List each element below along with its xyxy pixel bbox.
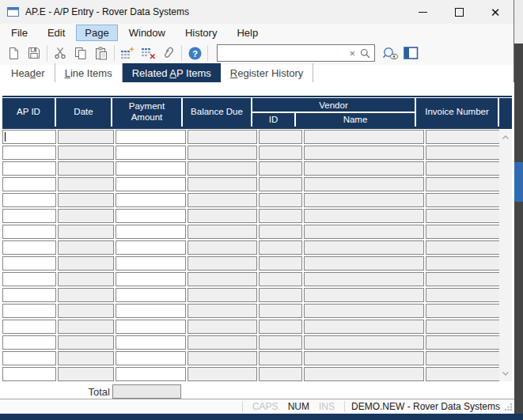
tab-related-ap-items[interactable]: Related AP Items: [123, 63, 221, 82]
cell-vendor-name[interactable]: [304, 256, 424, 271]
cell-balance-due[interactable]: [188, 161, 257, 176]
minimize-button[interactable]: [404, 0, 441, 24]
grid-layout-button[interactable]: [400, 44, 421, 62]
vertical-scrollbar[interactable]: [499, 130, 512, 381]
cell-payment-amount[interactable]: [116, 304, 186, 318]
cell-invoice-number[interactable]: [426, 209, 509, 223]
cell-balance-due[interactable]: [188, 288, 257, 302]
cell-vendor-id[interactable]: [259, 161, 302, 176]
cell-invoice-number[interactable]: [426, 161, 509, 176]
cell-date[interactable]: [58, 304, 114, 318]
cell-invoice-number[interactable]: [426, 177, 509, 191]
cell-vendor-name[interactable]: [304, 130, 424, 144]
cell-balance-due[interactable]: [188, 240, 257, 255]
cut-button[interactable]: [50, 44, 70, 62]
cell-payment-amount[interactable]: [116, 161, 186, 176]
cell-balance-due[interactable]: [188, 130, 257, 144]
cell-date[interactable]: [58, 209, 114, 223]
cell-vendor-name[interactable]: [304, 288, 424, 302]
cell-payment-amount[interactable]: [116, 320, 186, 334]
cell-invoice-number[interactable]: [426, 130, 509, 144]
cell-balance-due[interactable]: [188, 256, 257, 271]
cell-vendor-id[interactable]: [259, 351, 302, 365]
cell-ap-id[interactable]: [2, 225, 56, 239]
cell-vendor-name[interactable]: [304, 193, 424, 207]
cell-vendor-id[interactable]: [259, 146, 302, 160]
cell-ap-id[interactable]: [2, 146, 56, 160]
cell-balance-due[interactable]: [188, 177, 257, 191]
cell-invoice-number[interactable]: [426, 240, 509, 255]
insert-rows-button[interactable]: [117, 44, 138, 62]
cell-ap-id[interactable]: [2, 209, 56, 223]
cell-date[interactable]: [58, 177, 114, 191]
help-button[interactable]: ?: [184, 44, 205, 62]
cell-invoice-number[interactable]: [426, 288, 509, 302]
attachment-button[interactable]: [158, 44, 179, 62]
cell-vendor-id[interactable]: [259, 225, 302, 239]
tab-header[interactable]: Header: [2, 63, 55, 82]
cell-invoice-number[interactable]: [426, 335, 509, 350]
cell-payment-amount[interactable]: [116, 193, 186, 207]
cell-vendor-id[interactable]: [259, 304, 302, 318]
cell-date[interactable]: [58, 256, 114, 271]
title-bar[interactable]: AP.E - A/P Entry - Rover Data Systems ✕: [0, 0, 514, 24]
cell-ap-id[interactable]: [2, 130, 56, 144]
cell-vendor-name[interactable]: [304, 304, 424, 318]
cell-balance-due[interactable]: [188, 193, 257, 207]
cell-payment-amount[interactable]: [116, 367, 186, 381]
cell-date[interactable]: [58, 367, 114, 381]
cell-vendor-id[interactable]: [259, 335, 302, 350]
cell-balance-due[interactable]: [188, 272, 257, 286]
lookup-preview-button[interactable]: [380, 44, 400, 62]
cell-vendor-id[interactable]: [259, 367, 302, 381]
cell-invoice-number[interactable]: [426, 256, 509, 271]
cell-date[interactable]: [58, 161, 114, 176]
cell-date[interactable]: [58, 193, 114, 207]
cell-payment-amount[interactable]: [116, 209, 186, 223]
cell-vendor-name[interactable]: [304, 272, 424, 286]
cell-invoice-number[interactable]: [426, 225, 509, 239]
cell-vendor-name[interactable]: [304, 225, 424, 239]
cell-date[interactable]: [58, 240, 114, 255]
cell-date[interactable]: [58, 320, 114, 334]
new-document-button[interactable]: [3, 44, 24, 62]
cell-ap-id[interactable]: [2, 193, 56, 207]
copy-button[interactable]: [70, 44, 91, 62]
cell-vendor-id[interactable]: [259, 130, 302, 144]
cell-date[interactable]: [58, 288, 114, 302]
delete-rows-button[interactable]: [138, 44, 158, 62]
cell-invoice-number[interactable]: [426, 320, 509, 334]
cell-payment-amount[interactable]: [116, 335, 186, 350]
cell-ap-id[interactable]: [2, 161, 56, 176]
cell-payment-amount[interactable]: [116, 351, 186, 365]
cell-vendor-name[interactable]: [304, 320, 424, 334]
cell-payment-amount[interactable]: [116, 146, 186, 160]
search-magnifier-icon[interactable]: [358, 48, 374, 59]
search-clear-icon[interactable]: ×: [346, 48, 358, 59]
cell-vendor-id[interactable]: [259, 240, 302, 255]
cell-date[interactable]: [58, 335, 114, 350]
cell-ap-id[interactable]: [2, 335, 56, 350]
cell-balance-due[interactable]: [188, 351, 257, 365]
cell-date[interactable]: [58, 351, 114, 365]
cell-vendor-name[interactable]: [304, 146, 424, 160]
cell-payment-amount[interactable]: [116, 177, 186, 191]
cell-ap-id[interactable]: [2, 351, 56, 365]
cell-vendor-id[interactable]: [259, 272, 302, 286]
cell-payment-amount[interactable]: [116, 240, 186, 255]
maximize-button[interactable]: [441, 0, 477, 24]
cell-vendor-id[interactable]: [259, 193, 302, 207]
cell-balance-due[interactable]: [188, 320, 257, 334]
cell-date[interactable]: [58, 225, 114, 239]
menu-file[interactable]: File: [2, 25, 36, 41]
cell-balance-due[interactable]: [188, 367, 257, 381]
cell-ap-id[interactable]: [2, 304, 56, 318]
tab-line-items[interactable]: Line Items: [55, 63, 123, 82]
menu-help[interactable]: Help: [228, 25, 267, 41]
cell-ap-id[interactable]: [2, 272, 56, 286]
cell-balance-due[interactable]: [188, 335, 257, 350]
cell-payment-amount[interactable]: [116, 288, 186, 302]
cell-payment-amount[interactable]: [116, 130, 186, 144]
cell-invoice-number[interactable]: [426, 272, 509, 286]
cell-vendor-name[interactable]: [304, 240, 424, 255]
